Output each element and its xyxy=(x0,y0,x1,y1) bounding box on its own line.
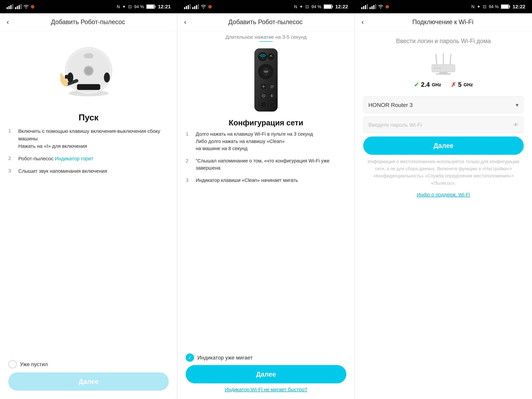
svg-rect-10 xyxy=(147,5,154,8)
nfc-icon-1: N xyxy=(117,4,120,9)
step-num-1: 1 xyxy=(8,127,15,134)
status-right-2: N ✦ ⊡ 94 % 12:22 xyxy=(294,4,348,9)
freq-24-unit: GHz xyxy=(432,82,441,88)
wifi-icon-2 xyxy=(201,4,206,9)
svg-rect-53 xyxy=(265,70,266,73)
eye-icon[interactable]: 👁 xyxy=(513,122,519,128)
bluetooth-icon-1: ✦ xyxy=(122,4,126,9)
status-left-3: ⊕ xyxy=(361,4,389,9)
wifi-support-link[interactable]: Инфо о поддерж. Wi-Fi xyxy=(417,192,470,197)
step-text-3: Слышит звук напоминания включения xyxy=(18,167,107,175)
battery-1: 94 % xyxy=(134,4,144,9)
panel1-section-title: Пуск xyxy=(0,111,177,127)
panel2: ‹ Добавить Робот-пылесос Длительное нажа… xyxy=(177,13,355,399)
panel1-steps: 1 Включить с помощью клавишу включения-в… xyxy=(0,127,177,355)
status-right-1: N ✦ ⊡ 94 % 12:21 xyxy=(117,4,171,9)
panel3-back-button[interactable]: ‹ xyxy=(361,18,364,26)
nfc-icon-3: N xyxy=(471,4,475,9)
step-num-3: 3 xyxy=(8,167,15,174)
wifi-network-dropdown[interactable]: HONOR Router 3 ▾ xyxy=(363,97,524,113)
freq-5: ✗ 5GHz xyxy=(451,81,473,88)
nfc-icon-2: N xyxy=(294,4,297,9)
password-placeholder: Введите пароль Wi-Fi xyxy=(368,122,513,128)
router-icon-area xyxy=(355,48,532,79)
freq-5-label: 5 xyxy=(458,81,462,88)
orange-icon-2: ⊕ xyxy=(208,4,212,9)
panel1-back-button[interactable]: ‹ xyxy=(7,18,9,26)
orange-icon-1: ⊕ xyxy=(31,4,34,9)
svg-rect-54 xyxy=(266,70,267,73)
panel3-title: Подключение к Wi-Fi xyxy=(367,19,519,25)
panel1-checkbox-row[interactable]: Уже пустил xyxy=(8,360,169,368)
freq-24-label: 2.4 xyxy=(421,81,430,88)
time-3: 12:22 xyxy=(513,4,525,9)
svg-rect-1 xyxy=(8,6,10,9)
svg-rect-14 xyxy=(190,4,191,9)
svg-rect-6 xyxy=(19,5,20,9)
svg-rect-74 xyxy=(436,73,451,75)
step-num-2: 2 xyxy=(8,155,15,161)
freq-5-cross-icon: ✗ xyxy=(451,81,456,88)
status-bar-panel1: ⊕ N ✦ ⊡ 94 % 12:21 xyxy=(0,0,177,13)
wifi-icon-3 xyxy=(378,4,384,9)
panel3-next-button[interactable]: Далее xyxy=(363,137,524,155)
router-image xyxy=(427,51,460,76)
panel2-title: Добавить Робот-пылесос xyxy=(190,19,341,25)
svg-point-71 xyxy=(437,67,438,69)
time-1: 12:21 xyxy=(158,4,171,9)
svg-point-36 xyxy=(84,53,94,58)
panel2-check-icon: ✓ xyxy=(186,354,194,362)
battery-icon-3 xyxy=(501,4,510,9)
panel1-bottom: Уже пустил Далее xyxy=(0,355,177,399)
wifi-support-link-area: Инфо о поддерж. Wi-Fi xyxy=(355,190,532,203)
step-item-2: 2 Робот-пылесос Индикатор горит xyxy=(8,155,169,162)
svg-point-50 xyxy=(270,55,272,56)
status-left-1: ⊕ xyxy=(7,4,34,9)
svg-point-38 xyxy=(85,67,92,75)
signal-icon-1b xyxy=(15,4,22,9)
panel2-next-button[interactable]: Далее xyxy=(186,365,346,383)
notification-icon-1: ⊡ xyxy=(128,4,132,9)
wifi-icon-1 xyxy=(23,4,29,9)
robot-vacuum-image xyxy=(60,44,117,97)
svg-rect-64 xyxy=(261,102,266,108)
svg-point-72 xyxy=(439,67,441,69)
svg-rect-11 xyxy=(184,7,185,9)
status-bar: ⊕ N ✦ ⊡ 94 % 12:21 xyxy=(0,0,532,13)
wifi-network-name: HONOR Router 3 xyxy=(368,102,413,108)
svg-rect-4 xyxy=(15,7,16,9)
step2-num-2: 2 xyxy=(186,157,192,164)
panel2-back-button[interactable]: ‹ xyxy=(184,18,186,26)
panel2-section-title: Конфигурация сети xyxy=(177,117,355,131)
panel1-next-button[interactable]: Далее xyxy=(8,372,169,391)
freq-row: ✓ 2.4GHz ✗ 5GHz xyxy=(355,79,532,93)
svg-rect-15 xyxy=(192,7,194,9)
svg-rect-58 xyxy=(270,86,274,87)
status-bar-panel3: ⊕ N ✦ ⊡ 94 % 12:22 xyxy=(355,0,532,13)
svg-rect-57 xyxy=(270,85,274,86)
battery-3: 94 % xyxy=(489,4,499,9)
svg-point-70 xyxy=(434,67,436,69)
remote-image-area xyxy=(177,43,355,117)
step2-text-3: Индикатор клавиши «Clean» начинает мигат… xyxy=(196,177,298,184)
panel2-steps: 1 Долго нажать на клавишу Wi-Fi в пульте… xyxy=(177,131,355,348)
status-left-2: ⊕ xyxy=(184,4,212,9)
notification-icon-2: ⊡ xyxy=(305,4,309,9)
svg-rect-63 xyxy=(269,93,275,99)
panel2-checkbox-label: Индикатор уже мигает xyxy=(197,355,253,361)
step-text-1: Включить с помощью клавишу включения-вык… xyxy=(18,127,169,150)
wifi-intro-text: Ввести логин и пароль Wi-Fi дома xyxy=(355,31,532,48)
svg-rect-32 xyxy=(501,5,509,8)
password-field[interactable]: Введите пароль Wi-Fi 👁 xyxy=(363,117,524,133)
svg-rect-26 xyxy=(370,7,371,9)
bluetooth-icon-2: ✦ xyxy=(299,4,303,9)
svg-rect-27 xyxy=(371,6,373,9)
panel2-checked-row[interactable]: ✓ Индикатор уже мигает xyxy=(186,354,346,362)
panel2-wifi-blink-link[interactable]: Индикатор Wi-Fi не мигает быстро? xyxy=(186,387,346,392)
notification-icon-3: ⊡ xyxy=(483,4,487,9)
panel3-header: ‹ Подключение к Wi-Fi xyxy=(355,13,532,31)
svg-rect-59 xyxy=(270,88,273,88)
svg-rect-17 xyxy=(196,5,197,9)
svg-rect-13 xyxy=(188,5,189,9)
panel1-checkbox[interactable] xyxy=(8,360,17,368)
